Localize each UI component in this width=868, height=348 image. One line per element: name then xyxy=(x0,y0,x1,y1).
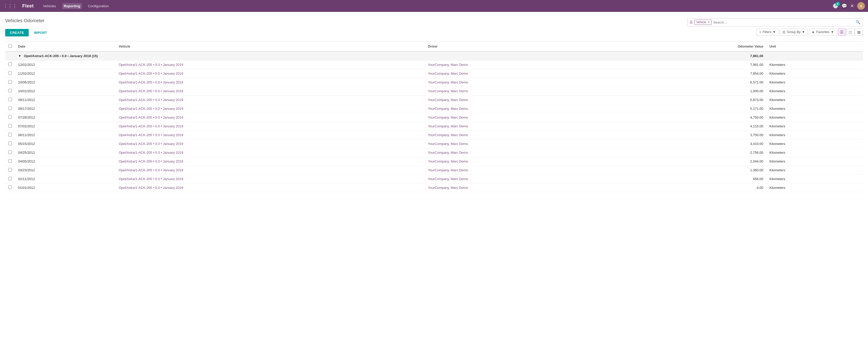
row-checkbox[interactable] xyxy=(8,186,12,189)
row-checkbox[interactable] xyxy=(8,159,12,163)
search-tag-remove[interactable]: ✕ xyxy=(707,21,710,24)
row-checkbox-cell[interactable] xyxy=(5,166,15,175)
cell-driver[interactable]: YourCompany, Marc Demo xyxy=(425,183,627,192)
cell-driver[interactable]: YourCompany, Marc Demo xyxy=(425,166,627,175)
cell-driver[interactable]: YourCompany, Marc Demo xyxy=(425,157,627,166)
row-checkbox-cell[interactable] xyxy=(5,175,15,183)
nav-reporting[interactable]: Reporting xyxy=(62,3,82,9)
cell-vehicle[interactable]: Opel/Astra/1-ACK-205 • 0.0 • January 201… xyxy=(116,157,425,166)
cell-vehicle[interactable]: Opel/Astra/1-ACK-205 • 0.0 • January 201… xyxy=(116,113,425,122)
cell-vehicle[interactable]: Opel/Astra/1-ACK-205 • 0.0 • January 201… xyxy=(116,148,425,157)
cell-driver[interactable]: YourCompany, Marc Demo xyxy=(425,69,627,78)
col-odometer[interactable]: Odometer Value xyxy=(627,41,767,52)
row-checkbox-cell[interactable] xyxy=(5,183,15,192)
import-button[interactable]: IMPORT xyxy=(31,29,50,36)
row-checkbox[interactable] xyxy=(8,63,12,66)
row-checkbox-cell[interactable] xyxy=(5,113,15,122)
create-button[interactable]: CREATE xyxy=(5,29,29,36)
cell-driver[interactable]: YourCompany, Marc Demo xyxy=(425,148,627,157)
row-checkbox-cell[interactable] xyxy=(5,139,15,148)
cell-vehicle[interactable]: Opel/Astra/1-ACK-205 • 0.0 • January 201… xyxy=(116,131,425,139)
close-icon[interactable]: ✕ xyxy=(850,3,854,9)
cell-driver[interactable]: YourCompany, Marc Demo xyxy=(425,175,627,183)
row-checkbox-cell[interactable] xyxy=(5,104,15,113)
col-vehicle[interactable]: Vehicle xyxy=(116,41,425,52)
cell-driver[interactable]: YourCompany, Marc Demo xyxy=(425,113,627,122)
row-checkbox-cell[interactable] xyxy=(5,69,15,78)
cell-vehicle[interactable]: Opel/Astra/1-ACK-205 • 0.0 • January 201… xyxy=(116,122,425,131)
row-checkbox-cell[interactable] xyxy=(5,96,15,104)
cell-driver[interactable]: YourCompany, Marc Demo xyxy=(425,78,627,87)
cell-driver[interactable]: YourCompany, Marc Demo xyxy=(425,122,627,131)
cell-driver[interactable]: YourCompany, Marc Demo xyxy=(425,60,627,69)
row-checkbox[interactable] xyxy=(8,124,12,128)
view-chart-button[interactable]: ▩ xyxy=(855,28,863,36)
row-checkbox-cell[interactable] xyxy=(5,87,15,96)
select-all-checkbox[interactable] xyxy=(8,44,12,48)
row-checkbox-cell[interactable] xyxy=(5,148,15,157)
filters-button[interactable]: ▿ Filters ▼ xyxy=(757,29,779,36)
search-tag-vehicle[interactable]: Vehicle ✕ xyxy=(694,20,712,25)
cell-driver[interactable]: YourCompany, Marc Demo xyxy=(425,139,627,148)
grid-icon[interactable]: ⋮⋮⋮ xyxy=(3,3,17,9)
row-checkbox[interactable] xyxy=(8,141,12,145)
search-input[interactable] xyxy=(713,21,854,24)
cell-driver[interactable]: YourCompany, Marc Demo xyxy=(425,104,627,113)
cell-unit: Kilometers xyxy=(766,60,863,69)
cell-vehicle[interactable]: Opel/Astra/1-ACK-205 • 0.0 • January 201… xyxy=(116,183,425,192)
odometer-table: Date Vehicle Driver Odometer Value Unit … xyxy=(5,41,863,192)
group-toggle-icon[interactable]: ▼ xyxy=(18,54,22,58)
row-checkbox[interactable] xyxy=(8,89,12,93)
favorites-button[interactable]: ★ Favorites ▼ xyxy=(809,29,837,36)
row-checkbox-cell[interactable] xyxy=(5,78,15,87)
notifications-icon[interactable]: 🕒 8 xyxy=(833,3,838,9)
group-header-label[interactable]: ▼ Opel/Astra/1-ACK-205 • 0.0 • January 2… xyxy=(15,52,627,60)
row-checkbox[interactable] xyxy=(8,80,12,84)
nav-vehicles[interactable]: Vehicles xyxy=(41,3,58,9)
cell-driver[interactable]: YourCompany, Marc Demo xyxy=(425,131,627,139)
cell-driver[interactable]: YourCompany, Marc Demo xyxy=(425,96,627,104)
brand-logo[interactable]: Fleet xyxy=(22,3,34,9)
row-checkbox[interactable] xyxy=(8,98,12,101)
table-row: 02/11/2012 Opel/Astra/1-ACK-205 • 0.0 • … xyxy=(5,175,863,183)
row-checkbox-cell[interactable] xyxy=(5,122,15,131)
cell-vehicle[interactable]: Opel/Astra/1-ACK-205 • 0.0 • January 201… xyxy=(116,175,425,183)
row-checkbox[interactable] xyxy=(8,106,12,110)
row-checkbox[interactable] xyxy=(8,168,12,171)
cell-driver[interactable]: YourCompany, Marc Demo xyxy=(425,87,627,96)
cell-vehicle[interactable]: Opel/Astra/1-ACK-205 • 0.0 • January 201… xyxy=(116,96,425,104)
table-row: 06/11/2012 Opel/Astra/1-ACK-205 • 0.0 • … xyxy=(5,131,863,139)
group-unit-cell xyxy=(766,52,863,60)
user-avatar[interactable]: A xyxy=(857,2,865,10)
cell-vehicle[interactable]: Opel/Astra/1-ACK-205 • 0.0 • January 201… xyxy=(116,69,425,78)
view-kanban-button[interactable]: ◫ xyxy=(846,28,854,36)
row-checkbox[interactable] xyxy=(8,177,12,180)
row-checkbox[interactable] xyxy=(8,71,12,75)
nav-configuration[interactable]: Configuration xyxy=(87,3,110,9)
table-row: 08/17/2012 Opel/Astra/1-ACK-205 • 0.0 • … xyxy=(5,104,863,113)
cell-unit: Kilometers xyxy=(766,104,863,113)
cell-date: 10/06/2012 xyxy=(15,78,116,87)
cell-vehicle[interactable]: Opel/Astra/1-ACK-205 • 0.0 • January 201… xyxy=(116,60,425,69)
cell-vehicle[interactable]: Opel/Astra/1-ACK-205 • 0.0 • January 201… xyxy=(116,139,425,148)
col-driver[interactable]: Driver xyxy=(425,41,627,52)
cell-vehicle[interactable]: Opel/Astra/1-ACK-205 • 0.0 • January 201… xyxy=(116,87,425,96)
cell-vehicle[interactable]: Opel/Astra/1-ACK-205 • 0.0 • January 201… xyxy=(116,166,425,175)
search-bar-icon: ☰ xyxy=(689,20,693,24)
row-checkbox-cell[interactable] xyxy=(5,60,15,69)
chat-icon[interactable]: 💬 xyxy=(841,3,847,9)
row-checkbox-cell[interactable] xyxy=(5,131,15,139)
group-by-button[interactable]: ☰ Group By ▼ xyxy=(780,29,808,36)
col-unit[interactable]: Unit xyxy=(766,41,863,52)
cell-vehicle[interactable]: Opel/Astra/1-ACK-205 • 0.0 • January 201… xyxy=(116,104,425,113)
row-checkbox[interactable] xyxy=(8,115,12,119)
row-checkbox[interactable] xyxy=(8,150,12,154)
select-all-header[interactable] xyxy=(5,41,15,52)
search-submit-icon[interactable]: 🔍 xyxy=(856,20,861,25)
cell-vehicle[interactable]: Opel/Astra/1-ACK-205 • 0.0 • January 201… xyxy=(116,78,425,87)
row-checkbox-cell[interactable] xyxy=(5,157,15,166)
col-date[interactable]: Date xyxy=(15,41,116,52)
view-list-button[interactable]: ☰ xyxy=(838,28,846,36)
action-toolbar: CREATE IMPORT xyxy=(5,29,50,36)
row-checkbox[interactable] xyxy=(8,133,12,136)
